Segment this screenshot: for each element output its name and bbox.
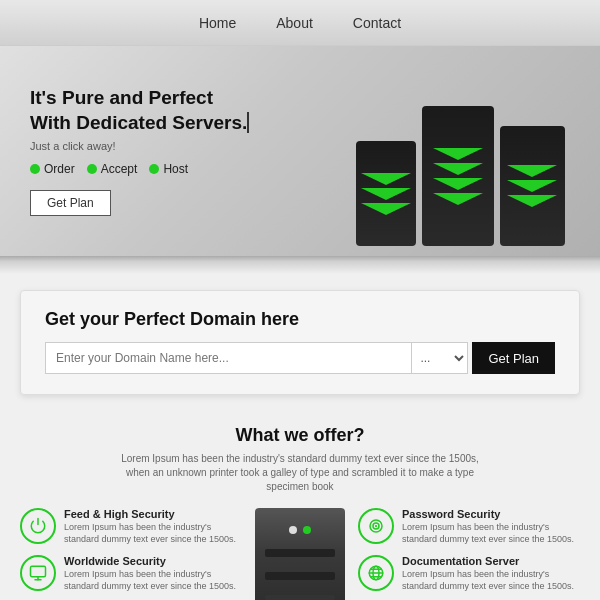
password-security-text: Password Security Lorem Ipsum has been t…	[402, 508, 580, 545]
badge-order-label: Order	[44, 162, 75, 176]
host-dot	[149, 164, 159, 174]
server-slot-1	[265, 549, 335, 557]
worldwide-security-title: Worldwide Security	[64, 555, 242, 567]
navigation: Home About Contact	[0, 0, 600, 46]
hero-headline: It's Pure and PerfectWith Dedicated Serv…	[30, 86, 249, 135]
globe-icon-circle	[358, 555, 394, 591]
password-security-title: Password Security	[402, 508, 580, 520]
nav-contact[interactable]: Contact	[353, 15, 401, 31]
nav-about[interactable]: About	[276, 15, 313, 31]
domain-search-button[interactable]: Get Plan	[472, 342, 555, 374]
worldwide-security-text: Worldwide Security Lorem Ipsum has been …	[64, 555, 242, 592]
server-image-area	[300, 46, 600, 256]
nav-home[interactable]: Home	[199, 15, 236, 31]
hero-section: It's Pure and PerfectWith Dedicated Serv…	[0, 46, 600, 256]
feed-security-text: Feed & High Security Lorem Ipsum has bee…	[64, 508, 242, 545]
power-icon-circle	[20, 508, 56, 544]
led-white	[289, 526, 297, 534]
center-server-tower	[255, 508, 345, 600]
server-group	[356, 106, 565, 256]
documentation-server-title: Documentation Server	[402, 555, 580, 567]
lock-icon	[367, 517, 385, 535]
lock-icon-circle	[358, 508, 394, 544]
documentation-server-desc: Lorem Ipsum has been the industry's stan…	[402, 569, 580, 592]
monitor-icon	[29, 564, 47, 582]
svg-rect-0	[31, 567, 46, 578]
server-led-top	[289, 526, 311, 534]
offer-description: Lorem Ipsum has been the industry's stan…	[110, 452, 490, 494]
badge-host: Host	[149, 162, 188, 176]
hero-subtitle: Just a click away!	[30, 140, 249, 152]
accept-dot	[87, 164, 97, 174]
power-icon	[29, 517, 47, 535]
features-grid: Feed & High Security Lorem Ipsum has bee…	[0, 508, 600, 600]
domain-heading: Get your Perfect Domain here	[45, 309, 555, 330]
badge-host-label: Host	[163, 162, 188, 176]
feed-security-title: Feed & High Security	[64, 508, 242, 520]
feature-item-worldwide-security: Worldwide Security Lorem Ipsum has been …	[20, 555, 242, 592]
hero-badges: Order Accept Host	[30, 162, 249, 176]
ground-reflection	[0, 256, 600, 274]
offer-heading: What we offer?	[20, 425, 580, 446]
hero-cta-button[interactable]: Get Plan	[30, 190, 111, 216]
password-security-desc: Lorem Ipsum has been the industry's stan…	[402, 522, 580, 545]
center-server-area	[250, 508, 350, 600]
server-slot-2	[265, 572, 335, 580]
feed-security-desc: Lorem Ipsum has been the industry's stan…	[64, 522, 242, 545]
features-left-column: Feed & High Security Lorem Ipsum has bee…	[20, 508, 242, 600]
domain-extension-select[interactable]: ... .com .net .org	[412, 342, 468, 374]
worldwide-security-desc: Lorem Ipsum has been the industry's stan…	[64, 569, 242, 592]
order-dot	[30, 164, 40, 174]
badge-order: Order	[30, 162, 75, 176]
svg-point-5	[375, 525, 377, 527]
badge-accept-label: Accept	[101, 162, 138, 176]
domain-input[interactable]	[45, 342, 412, 374]
features-right-column: Password Security Lorem Ipsum has been t…	[358, 508, 580, 600]
feature-item-password-security: Password Security Lorem Ipsum has been t…	[358, 508, 580, 545]
feature-item-documentation-server: Documentation Server Lorem Ipsum has bee…	[358, 555, 580, 592]
server-slot-3	[265, 595, 335, 600]
monitor-icon-circle	[20, 555, 56, 591]
server-tower-large	[422, 106, 494, 246]
hero-text-block: It's Pure and PerfectWith Dedicated Serv…	[0, 66, 279, 235]
domain-form: ... .com .net .org Get Plan	[45, 342, 555, 374]
server-tower-medium	[500, 126, 565, 246]
server-tower-small	[356, 141, 416, 246]
feature-item-feed-security: Feed & High Security Lorem Ipsum has bee…	[20, 508, 242, 545]
globe-icon	[367, 564, 385, 582]
documentation-server-text: Documentation Server Lorem Ipsum has bee…	[402, 555, 580, 592]
domain-section: Get your Perfect Domain here ... .com .n…	[20, 290, 580, 395]
offer-section: What we offer? Lorem Ipsum has been the …	[0, 411, 600, 494]
led-green	[303, 526, 311, 534]
badge-accept: Accept	[87, 162, 138, 176]
